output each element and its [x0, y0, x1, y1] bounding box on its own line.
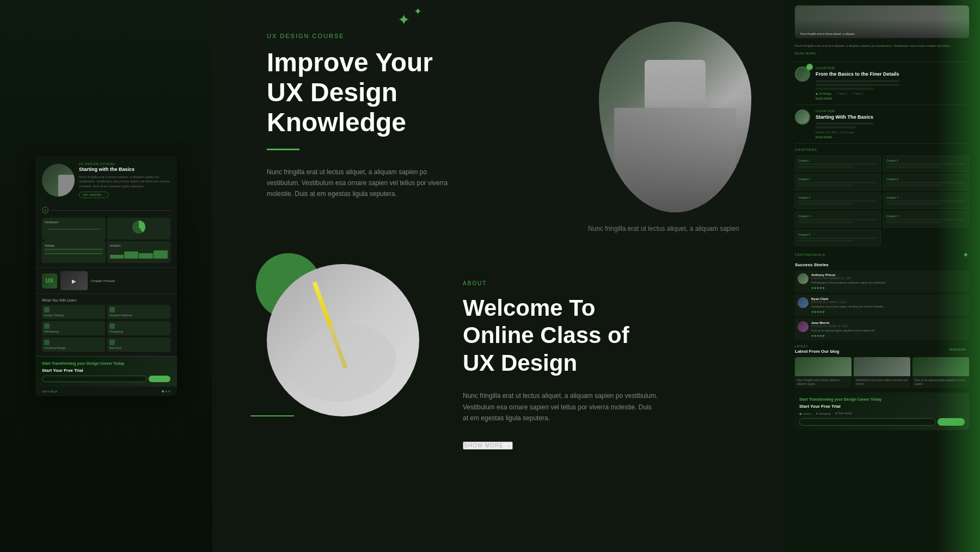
- about-description: Nunc fringilla erat ut lectus aliquet, a…: [463, 390, 659, 424]
- about-image-placeholder: [267, 264, 419, 416]
- rp-avatar-2: [798, 297, 808, 308]
- lp-learn-item: Research Methods: [107, 305, 170, 319]
- about-title: Welcome To Online Class of UX Design: [463, 295, 751, 377]
- rp-basics-title: From the Basics to the Finer Details: [816, 71, 899, 78]
- rp-starting-section: CHAPTER Starting With The Basics Posted:…: [795, 109, 969, 139]
- lp-subscribe-button[interactable]: [149, 376, 170, 382]
- rp-starting-title: Starting With The Basics: [816, 114, 873, 121]
- hero-image-placeholder: [599, 22, 751, 212]
- rp-chapters-label: CHAPTERS: [795, 148, 969, 151]
- rp-blog-grid: Nunc fringilla erat ut lectus aliquet a …: [795, 357, 969, 388]
- lp-cta-tagline: Start Transforming your Design Career To…: [42, 361, 170, 366]
- rp-stars-3: ★★★★★: [811, 334, 966, 338]
- rp-basics-desc: [816, 80, 899, 90]
- rp-testimonial-date-2: POSTED OCTOBER 5, 2022: [811, 300, 966, 304]
- rp-blog-section: LATEST Latest From Our blog READ MORE → …: [795, 345, 969, 388]
- rp-stars-1: ★★★★★: [811, 286, 966, 290]
- lp-chapter-icon: UX: [42, 273, 57, 289]
- sparkle-decoration: ✦: [397, 11, 410, 29]
- lp-hero-cta[interactable]: GET STARTED →: [79, 192, 109, 198]
- show-more-button[interactable]: SHOW MORE →: [463, 441, 513, 450]
- rp-success-plus: ✦: [963, 250, 969, 259]
- lp-chapter-image: [60, 271, 88, 290]
- sparkle-decoration-small: ✦: [414, 5, 422, 17]
- rp-cta-form: [799, 418, 965, 426]
- rp-email-input[interactable]: [799, 418, 936, 426]
- hero-image: [599, 22, 751, 212]
- rp-divider-1: [795, 62, 969, 62]
- right-preview-panel: Nunc fringilla erat ut lectus aliquet, a…: [784, 0, 980, 552]
- hero-content: UX DESIGN COURSE Improve Your UX Design …: [267, 22, 566, 215]
- lp-module-4: Analytics: [107, 241, 171, 263]
- rp-avatar-1: [798, 273, 808, 284]
- hero-right: Nunc fringilla erat ut lectus aliquet, a…: [588, 22, 751, 215]
- lp-accent-dot: [42, 207, 48, 213]
- lp-footer: Get In Touch: [35, 387, 177, 396]
- horizontal-line-decoration: [250, 415, 294, 416]
- rp-testimonial-2: Ryan Clark POSTED OCTOBER 5, 2022 Vestib…: [795, 295, 969, 316]
- rp-chapter-9: Chapter 9: [795, 230, 881, 246]
- rp-chapters-grid: Chapter 1 Chapter 5 Chapter 2 Chapter 6: [795, 156, 969, 246]
- dot-2[interactable]: [165, 390, 167, 392]
- lp-accent-line: [52, 210, 170, 211]
- hero-section: ✦ ✦ UX DESIGN COURSE Improve Your UX Des…: [212, 0, 784, 237]
- about-section-label: ABOUT: [463, 280, 751, 286]
- rp-testimonial-text-3: Duis at em egestas ligula seputera ornar…: [811, 329, 966, 333]
- lp-module-1: Dashboard: [42, 218, 106, 240]
- rp-starting-read-more[interactable]: READ MORE →: [816, 136, 873, 139]
- dot-3[interactable]: [168, 390, 170, 392]
- hero-section-label: UX DESIGN COURSE: [267, 33, 566, 39]
- lp-pagination-dots: [162, 390, 170, 392]
- rp-read-more[interactable]: READ MORE →: [795, 52, 969, 55]
- rp-blog-post-3: Duis at em egestas ligula seputera ornar…: [912, 357, 969, 388]
- rp-blog-more[interactable]: READ MORE →: [949, 348, 969, 351]
- lp-learn-item: Prototyping: [107, 321, 170, 335]
- lp-modules-grid: Dashboard Settings: [35, 216, 177, 267]
- lp-email-input[interactable]: [42, 376, 147, 382]
- rp-cta-subtitle: Start Your Free Trial: [799, 404, 965, 409]
- rp-blog-text-3: Duis at em egestas ligula seputera ornar…: [912, 376, 969, 388]
- rp-success-section: TESTIMONIALS ✦ Success Stories Anthony P…: [795, 250, 969, 340]
- rp-success-header: TESTIMONIALS ✦: [795, 250, 969, 259]
- lp-hero-image: [42, 164, 75, 197]
- lp-accent-bar: [35, 205, 177, 216]
- lp-learn-item: Back-End: [107, 338, 170, 352]
- rp-blog-img-3: [912, 357, 969, 376]
- left-preview-panel: UX DESIGN COURSE Starting with the Basic…: [0, 0, 212, 552]
- lp-cta-subtitle: Start Your Free Trial: [42, 368, 170, 373]
- rp-blog-header: LATEST Latest From Our blog READ MORE →: [795, 345, 969, 354]
- rp-chapter-2: Chapter 2: [795, 174, 881, 191]
- rp-testimonial-1: Anthony Prince POSTED SEPTEMBER 21, 2022…: [795, 271, 969, 292]
- rp-from-basics-section: → CHAPTER From the Basics to the Finer D…: [795, 66, 969, 100]
- lp-footer-link[interactable]: Get In Touch: [42, 390, 57, 393]
- hero-description: Nunc fringilla erat ut lectus aliquet, a…: [267, 167, 452, 200]
- rp-chapter-7: Chapter 7: [883, 193, 969, 209]
- rp-blog-text-2: Vestibulum esa ornare sapien vel tellus …: [854, 376, 910, 388]
- dot-1[interactable]: [162, 390, 164, 392]
- about-section: ABOUT Welcome To Online Class of UX Desi…: [212, 237, 784, 552]
- lp-module-3: Settings: [42, 241, 106, 263]
- rp-subscribe-button[interactable]: [938, 418, 965, 426]
- lp-hero-description: Nunc fringilla erat ut lectus aliquet, a…: [79, 175, 170, 188]
- lp-hero-heading: Starting with the Basics: [79, 167, 170, 173]
- lp-learn-grid: Design Thinking Research Methods Wirefra…: [42, 305, 170, 352]
- rp-top-text: Nunc fringilla erat ut lectus aliquet, a…: [795, 44, 969, 48]
- rp-chapter-3: Chapter 3: [795, 193, 881, 209]
- lp-hero-label: UX DESIGN COURSE: [79, 162, 170, 165]
- rp-blog-post-2: Vestibulum esa ornare sapien vel tellus …: [854, 357, 910, 388]
- rp-basics-read-more[interactable]: READ MORE →: [816, 97, 899, 100]
- rp-blog-text-1: Nunc fringilla erat ut lectus aliquet a …: [795, 376, 852, 388]
- rp-testimonial-text-1: Pellentesque ut lectus aliquet a aliquam…: [811, 281, 966, 285]
- lp-cta-form: [42, 376, 170, 382]
- rp-testimonial-3: Jane Morris POSTED OCTOBER 12, 2022 Duis…: [795, 318, 969, 340]
- about-content: ABOUT Welcome To Online Class of UX Desi…: [463, 264, 751, 525]
- rp-section-icon-starting: [795, 109, 810, 125]
- lp-chapter-preview: UX Chapter Preview: [35, 267, 177, 293]
- rp-chapter-6: Chapter 6: [883, 174, 969, 191]
- rp-content: Nunc fringilla erat ut lectus aliquet, a…: [784, 0, 980, 440]
- rp-blog-img-1: [795, 357, 852, 376]
- rp-chapter-4: Chapter 4: [795, 211, 881, 228]
- left-website-preview: UX DESIGN COURSE Starting with the Basic…: [35, 156, 177, 396]
- rp-chapter-8: Chapter 8: [883, 211, 969, 228]
- lp-learn-title: What You Will Learn: [42, 298, 170, 302]
